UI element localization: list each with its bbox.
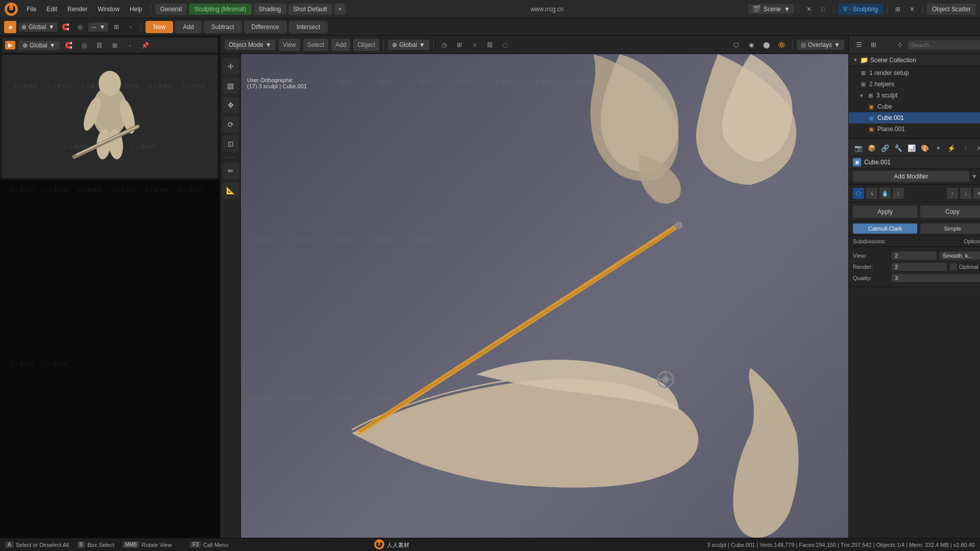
prop-physics-icon[interactable]: ⚡ bbox=[946, 142, 957, 154]
obj-close-icon[interactable]: ✕ bbox=[973, 142, 980, 154]
snap2-icon[interactable]: ⊞ bbox=[110, 21, 122, 33]
overlays-dropdown[interactable]: ◎ Overlays ▼ bbox=[797, 40, 844, 50]
mode-shot-default[interactable]: Shot Default bbox=[288, 4, 332, 15]
gizmo-cursor[interactable]: ✛ bbox=[223, 58, 239, 74]
mod-generate-icon[interactable]: ⬡ bbox=[853, 188, 864, 199]
subtract-button[interactable]: Subtract bbox=[204, 21, 242, 33]
render-value[interactable]: 2 bbox=[892, 263, 947, 271]
object-mode-dropdown[interactable]: Object Mode ▼ bbox=[225, 40, 276, 50]
3d-viewport[interactable]: 人人素材区 人人素材区 人人素材区 人人素材区 人人素材区 人人素材区 人人素材… bbox=[241, 54, 848, 538]
mod-input-icon[interactable]: ↕ bbox=[893, 188, 904, 199]
scene-selector[interactable]: 🎬 Scene ▼ bbox=[748, 4, 794, 14]
gizmo-annotate[interactable]: ✏ bbox=[223, 163, 239, 179]
filter-icon[interactable]: ⊹ bbox=[894, 39, 906, 51]
tree-item-helpers[interactable]: ⊞ 2 helpers bbox=[849, 79, 980, 90]
search-input[interactable] bbox=[908, 40, 980, 49]
menu-window[interactable]: Window bbox=[93, 4, 124, 15]
view-layer-icon[interactable]: ⊞ bbox=[867, 39, 879, 51]
mod-deform-icon[interactable]: ⤹ bbox=[866, 188, 877, 199]
mode-general[interactable]: General bbox=[155, 4, 187, 15]
window-controls-max[interactable]: □ bbox=[817, 3, 829, 15]
smooth-value[interactable]: Smooth, k... bbox=[940, 252, 980, 260]
vp-shading1[interactable]: ⬡ bbox=[730, 39, 742, 51]
workspace-expand[interactable]: ⊞ bbox=[892, 3, 904, 15]
add-button[interactable]: Add bbox=[175, 21, 201, 33]
simple-tab[interactable]: Simple bbox=[920, 223, 980, 234]
left-panel-mode[interactable]: ▶ bbox=[5, 41, 15, 49]
mod-delete-icon[interactable]: ✕ bbox=[973, 188, 980, 199]
catmull-clark-tab[interactable]: Catmull-Clark bbox=[853, 223, 917, 234]
prop-data-icon[interactable]: 📊 bbox=[906, 142, 917, 154]
left-snap-icon[interactable]: 🧲 bbox=[63, 39, 75, 52]
vp-misc-icon[interactable]: ◌ bbox=[499, 39, 511, 51]
tree-item-cube001[interactable]: ▣ Cube.001 bbox=[849, 112, 980, 123]
menu-render[interactable]: Render bbox=[63, 4, 91, 15]
menu-file[interactable]: File bbox=[22, 4, 40, 15]
vp-gizmo2[interactable]: ⊞ bbox=[453, 39, 465, 51]
left-misc2-icon[interactable]: ◦ bbox=[124, 39, 136, 52]
quality-value[interactable]: 3 bbox=[892, 274, 980, 282]
window-controls-close[interactable]: ✕ bbox=[803, 3, 815, 15]
vp-add-btn[interactable]: Add bbox=[331, 39, 350, 51]
new-button[interactable]: New bbox=[145, 21, 173, 33]
menu-edit[interactable]: Edit bbox=[42, 4, 61, 15]
obj-up-icon[interactable]: ↑ bbox=[960, 142, 971, 154]
vp-object-btn[interactable]: Object bbox=[353, 39, 379, 51]
gizmo-scale[interactable]: ⊡ bbox=[223, 136, 239, 152]
difference-button[interactable]: Difference bbox=[244, 21, 287, 33]
transform-dropdown[interactable]: ▼ bbox=[100, 23, 106, 31]
modifier-expand-btn[interactable]: ▼ bbox=[971, 173, 977, 180]
left-pin-icon[interactable]: 📌 bbox=[139, 39, 152, 52]
gizmo-measure[interactable]: 📐 bbox=[223, 182, 239, 198]
pivot-dropdown[interactable]: ▼ bbox=[48, 23, 55, 31]
proportional-edit-icon[interactable]: ◎ bbox=[74, 21, 86, 33]
mod-down-icon[interactable]: ↓ bbox=[960, 188, 971, 199]
mod-physics-icon[interactable]: 💧 bbox=[879, 188, 891, 199]
mode-shading[interactable]: Shading bbox=[254, 4, 286, 15]
vp-snap-icon[interactable]: ⛓ bbox=[484, 39, 496, 51]
object-scatter-btn[interactable]: Object Scatter bbox=[927, 4, 976, 15]
vp-view-btn[interactable]: View bbox=[279, 39, 300, 51]
menu-help[interactable]: Help bbox=[126, 4, 146, 15]
prop-modifier-icon[interactable]: 🔧 bbox=[893, 142, 904, 154]
left-prop-icon[interactable]: ◎ bbox=[78, 39, 90, 52]
add-workspace-btn[interactable]: + bbox=[334, 4, 346, 15]
view-value[interactable]: 2 bbox=[892, 252, 937, 260]
gizmo-select[interactable]: ▧ bbox=[223, 78, 239, 94]
tree-item-plane001[interactable]: ▣ Plane.001 bbox=[849, 123, 980, 135]
vp-shading2[interactable]: ◉ bbox=[745, 39, 757, 51]
vp-gizmo1[interactable]: ◷ bbox=[438, 39, 450, 51]
prop-material-icon[interactable]: 🎨 bbox=[919, 142, 930, 154]
misc-icon[interactable]: ◦ bbox=[125, 21, 137, 33]
left-chain-icon[interactable]: ⛓ bbox=[93, 39, 106, 52]
scene-collection-header[interactable]: ▼ 📁 Scene Collection bbox=[849, 54, 980, 66]
workspace-v-sculpting[interactable]: V - Sculpting bbox=[838, 4, 883, 15]
outliner-icon[interactable]: ☰ bbox=[853, 39, 865, 51]
optimal-checkbox[interactable] bbox=[950, 263, 957, 270]
gizmo-move[interactable]: ✥ bbox=[223, 97, 239, 113]
intersect-button[interactable]: Intersect bbox=[289, 21, 328, 33]
toolbar-mode-icon[interactable]: ◈ bbox=[4, 21, 16, 33]
tree-item-sculpt[interactable]: ▼ ⊞ 3 sculpt bbox=[849, 90, 980, 101]
add-modifier-btn[interactable]: Add Modifier bbox=[853, 171, 969, 182]
tree-item-render-setup[interactable]: ⊞ 1 render setup bbox=[849, 67, 980, 79]
copy-button[interactable]: Copy bbox=[920, 206, 980, 218]
vp-gizmo3[interactable]: ○ bbox=[469, 39, 481, 51]
vp-shading3[interactable]: ⬤ bbox=[761, 39, 773, 51]
left-shading[interactable]: ⊕ Global ▼ bbox=[18, 41, 60, 50]
snap-icon[interactable]: 🧲 bbox=[60, 21, 72, 33]
blender-logo[interactable] bbox=[4, 2, 18, 16]
tree-item-cube[interactable]: ▣ Cube bbox=[849, 101, 980, 112]
prop-scene-icon[interactable]: 📷 bbox=[853, 142, 864, 154]
prop-particles-icon[interactable]: ✦ bbox=[933, 142, 944, 154]
apply-button[interactable]: Apply bbox=[853, 206, 917, 218]
left-grid-icon[interactable]: ⊞ bbox=[109, 39, 121, 52]
prop-object-icon[interactable]: 📦 bbox=[866, 142, 877, 154]
vp-shading4[interactable]: 🔆 bbox=[776, 39, 788, 51]
vp-orientation[interactable]: ⊕ Global ▼ bbox=[388, 40, 429, 50]
prop-constraint-icon[interactable]: 🔗 bbox=[879, 142, 891, 154]
mode-sculpting[interactable]: Sculpting (Minimal) bbox=[189, 4, 251, 15]
workspace-close-btn[interactable]: ✕ bbox=[906, 3, 918, 15]
mod-up-icon[interactable]: ↑ bbox=[947, 188, 958, 199]
gizmo-rotate[interactable]: ⟳ bbox=[223, 116, 239, 133]
